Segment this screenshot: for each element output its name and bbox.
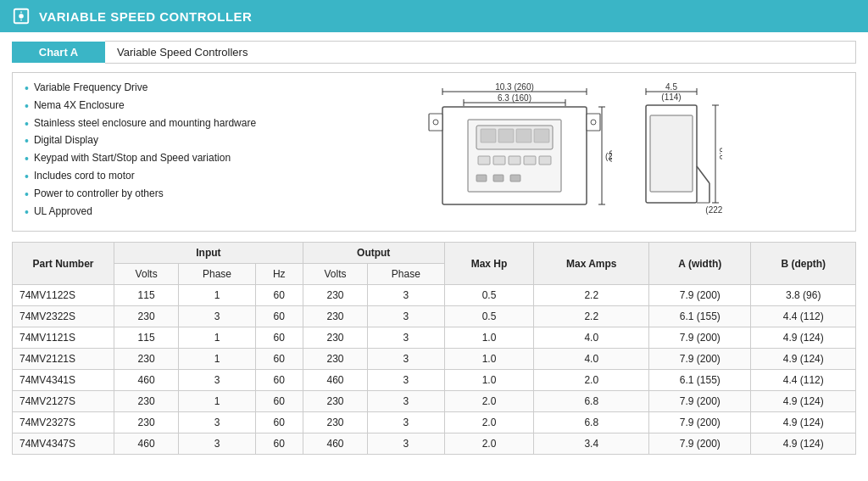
table-cell: 7.9 (200) xyxy=(649,349,751,370)
table-cell: 3 xyxy=(368,370,444,391)
svg-rect-23 xyxy=(478,156,490,165)
table-cell: 1.0 xyxy=(444,327,534,349)
feature-item: Variable Frequency Drive xyxy=(25,81,296,96)
svg-text:(222): (222) xyxy=(705,205,722,215)
table-row: 74MV1121S11516023031.04.07.9 (200)4.9 (1… xyxy=(13,327,856,349)
table-cell: 1.0 xyxy=(444,370,534,391)
svg-text:(114): (114) xyxy=(661,92,681,102)
table-cell: 7.9 (200) xyxy=(649,327,751,349)
table-cell: 74MV2322S xyxy=(13,306,114,327)
side-view-diagram: 4.5 (114) 8.8 (222) xyxy=(637,81,722,217)
table-cell: 460 xyxy=(303,370,367,391)
table-cell: 74MV2127S xyxy=(13,391,114,412)
table-cell: 3 xyxy=(179,433,255,455)
svg-rect-26 xyxy=(524,156,536,165)
feature-item: Nema 4X Enclosure xyxy=(25,99,296,114)
svg-rect-13 xyxy=(429,114,442,131)
table-cell: 7.9 (200) xyxy=(649,391,751,412)
table-cell: 1 xyxy=(179,391,255,412)
table-cell: 4.9 (124) xyxy=(751,391,856,412)
page-title: VARIABLE SPEED CONTROLLER xyxy=(39,9,252,24)
table-cell: 230 xyxy=(114,412,179,433)
svg-point-1 xyxy=(19,14,24,19)
feature-item: Digital Display xyxy=(25,134,296,148)
table-cell: 2.2 xyxy=(534,306,649,327)
col-header-max-amps: Max Amps xyxy=(534,243,649,285)
table-cell: 60 xyxy=(255,391,303,412)
table-cell: 460 xyxy=(114,433,179,455)
svg-rect-22 xyxy=(534,129,549,143)
table-cell: 2.2 xyxy=(534,285,649,306)
table-row: 74MV1122S11516023030.52.27.9 (200)3.8 (9… xyxy=(13,285,856,306)
feature-item: Keypad with Start/Stop and Speed variati… xyxy=(25,152,296,166)
table-cell: 230 xyxy=(303,412,367,433)
svg-rect-19 xyxy=(481,129,496,143)
col-header-part: Part Number xyxy=(13,243,114,285)
table-cell: 6.1 (155) xyxy=(649,306,751,327)
table-cell: 115 xyxy=(114,327,179,349)
table-cell: 7.9 (200) xyxy=(649,285,751,306)
table-cell: 3.8 (96) xyxy=(751,285,856,306)
table-cell: 60 xyxy=(255,327,303,349)
data-table: Part Number Input Output Max Hp Max Amps… xyxy=(12,242,856,455)
table-cell: 0.5 xyxy=(444,285,534,306)
table-cell: 230 xyxy=(114,349,179,370)
table-cell: 1 xyxy=(179,285,255,306)
svg-rect-21 xyxy=(516,129,531,143)
table-cell: 230 xyxy=(114,306,179,327)
table-cell: 7.9 (200) xyxy=(649,412,751,433)
col-subheader-out-volts: Volts xyxy=(303,264,367,285)
svg-rect-15 xyxy=(587,114,600,131)
table-cell: 74MV2121S xyxy=(13,349,114,370)
svg-rect-25 xyxy=(509,156,520,165)
feature-item: Stainless steel enclosure and mounting h… xyxy=(25,117,296,131)
table-cell: 4.4 (112) xyxy=(751,370,856,391)
table-cell: 4.9 (124) xyxy=(751,433,856,455)
table-cell: 60 xyxy=(255,370,303,391)
table-cell: 3 xyxy=(368,349,444,370)
svg-rect-20 xyxy=(498,129,514,143)
chart-label: Chart A xyxy=(12,42,105,63)
table-cell: 3 xyxy=(179,306,255,327)
table-row: 74MV2322S23036023030.52.26.1 (155)4.4 (1… xyxy=(13,306,856,327)
table-cell: 74MV4341S xyxy=(13,370,114,391)
table-cell: 6.8 xyxy=(534,412,649,433)
table-row: 74MV2127S23016023032.06.87.9 (200)4.9 (1… xyxy=(13,391,856,412)
table-cell: 2.0 xyxy=(444,391,534,412)
svg-rect-30 xyxy=(510,175,520,182)
col-header-output: Output xyxy=(303,243,444,264)
feature-item: Power to controller by others xyxy=(25,187,296,202)
table-cell: 7.9 (200) xyxy=(649,433,751,455)
col-header-input: Input xyxy=(114,243,303,264)
table-cell: 230 xyxy=(303,349,367,370)
col-header-b-depth: B (depth) xyxy=(751,243,856,285)
table-cell: 4.0 xyxy=(534,349,649,370)
chart-label-row: Chart A Variable Speed Controllers xyxy=(12,41,856,64)
table-cell: 4.9 (124) xyxy=(751,327,856,349)
feature-item: UL Approved xyxy=(25,205,296,220)
table-cell: 2.0 xyxy=(444,433,534,455)
features-list: Variable Frequency DriveNema 4X Enclosur… xyxy=(25,81,296,222)
feature-item: Includes cord to motor xyxy=(25,170,296,184)
table-row: 74MV2327S23036023032.06.87.9 (200)4.9 (1… xyxy=(13,412,856,433)
table-cell: 6.1 (155) xyxy=(649,370,751,391)
svg-text:(203): (203) xyxy=(605,152,612,161)
table-cell: 230 xyxy=(303,285,367,306)
col-subheader-in-phase: Phase xyxy=(179,264,255,285)
table-cell: 3 xyxy=(179,412,255,433)
upper-section: Variable Frequency DriveNema 4X Enclosur… xyxy=(12,72,856,232)
page-header: VARIABLE SPEED CONTROLLER xyxy=(0,0,868,32)
col-subheader-in-volts: Volts xyxy=(114,264,179,285)
svg-rect-27 xyxy=(539,156,551,165)
col-header-a-width: A (width) xyxy=(649,243,751,285)
table-cell: 3 xyxy=(368,327,444,349)
table-cell: 3 xyxy=(368,412,444,433)
table-cell: 1 xyxy=(179,327,255,349)
table-cell: 2.0 xyxy=(444,412,534,433)
svg-rect-29 xyxy=(493,175,504,182)
table-cell: 74MV2327S xyxy=(13,412,114,433)
table-cell: 60 xyxy=(255,433,303,455)
table-cell: 230 xyxy=(303,391,367,412)
table-cell: 3 xyxy=(368,433,444,455)
table-cell: 4.0 xyxy=(534,327,649,349)
